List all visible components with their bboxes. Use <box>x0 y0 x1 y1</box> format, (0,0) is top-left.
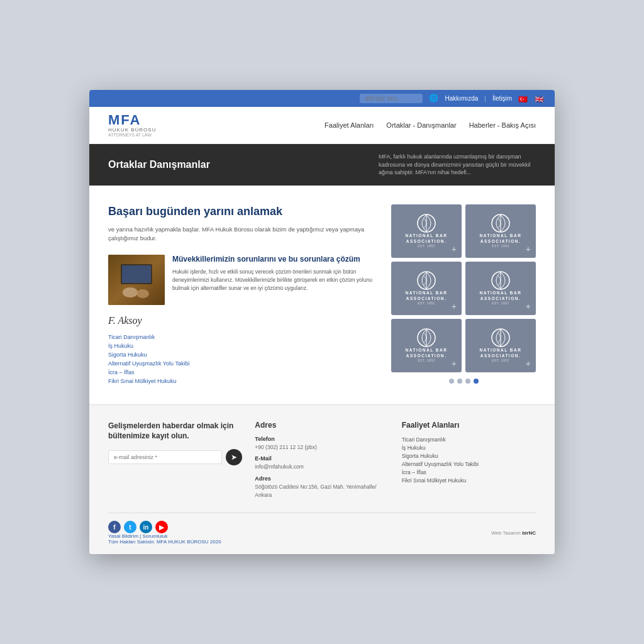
card-6-plus[interactable]: + <box>526 358 531 369</box>
f-ticari[interactable]: Ticari Danışmanlık <box>402 436 536 444</box>
web-design-label: Web Tasarım <box>491 530 521 536</box>
card-1[interactable]: NATIONAL BAR ASSOCIATION. EST. 1952 + <box>391 204 462 258</box>
dot-3[interactable] <box>465 379 470 384</box>
email-value: info@mfahukuk.com <box>255 463 389 472</box>
f-alternatif[interactable]: Alternatif Uyuşmazlık Yolu Takibi <box>402 460 536 469</box>
link-ticari[interactable]: Ticari Danışmanlık <box>108 333 372 341</box>
card-5-plus[interactable]: + <box>452 358 457 369</box>
content-left: Başarı bugünden yarını anlamak ve yarına… <box>108 204 372 386</box>
legal-bildiri[interactable]: Yasal Bildirim <box>108 533 138 539</box>
feature-image-inner <box>108 255 165 305</box>
card-6-sub: EST. 1952 <box>492 358 509 362</box>
f-is[interactable]: İş Hukuku <box>402 444 536 452</box>
footer-adres-heading: Adres <box>255 421 389 430</box>
card-3-sub: EST. 1952 <box>418 301 435 305</box>
footer-address: Adres Telefon +90 (302) 211 12 12 (pbx) … <box>255 421 389 500</box>
card-2[interactable]: NATIONAL BAR ASSOCIATION. EST. 1952 + <box>465 204 536 258</box>
link-fikri[interactable]: Fikri Sınai Mülkiyet Hukuku <box>108 377 372 386</box>
card-3[interactable]: NATIONAL BAR ASSOCIATION. EST. 1952 + <box>391 262 462 315</box>
web-design-brand[interactable]: birNC <box>522 530 536 536</box>
legal-sorumluluk[interactable]: Sorumluluk <box>142 533 167 539</box>
card-6-logo: NATIONAL BAR ASSOCIATION. EST. 1952 <box>480 328 522 362</box>
copyright: Tüm Hakları Saklıdır. MFA HUKUK BÜROSU 2… <box>108 539 221 545</box>
telefon-label: Telefon <box>255 436 389 442</box>
signature: F. Aksoy <box>108 315 372 326</box>
link-sigorta[interactable]: Sigorta Hukuku <box>108 350 372 359</box>
en-flag-icon: 🇬🇧 <box>535 95 545 101</box>
content-right: NATIONAL BAR ASSOCIATION. EST. 1952 + <box>391 204 536 386</box>
social-icons: f t in ▶ <box>108 521 221 533</box>
link-icra[interactable]: İcra – İflas <box>108 368 372 377</box>
card-3-plus[interactable]: + <box>452 301 457 311</box>
card-6-text: NATIONAL BAR <box>480 347 522 353</box>
adres-label: Adres <box>255 475 389 482</box>
iletisim-link[interactable]: İletişim <box>492 95 512 102</box>
feature-image <box>108 255 165 305</box>
card-3-logo: NATIONAL BAR ASSOCIATION. EST. 1952 <box>406 271 448 305</box>
facebook-icon[interactable]: f <box>108 521 121 533</box>
card-3-text: NATIONAL BAR <box>406 290 448 296</box>
card-1-text2: ASSOCIATION. <box>406 238 447 244</box>
feature-heading: Müvekkillerimizin sorunlarını ve bu soru… <box>172 255 372 265</box>
footer-newsletter: Gelişmelerden haberdar olmak için bülten… <box>108 421 242 500</box>
browser-window: 🌐 Hakkımızda | İletişim 🇹🇷 🇬🇧 MFA HUKUK … <box>89 90 555 554</box>
hero-description: MFA, farklı hukuk alanlarında uzmanlaşmı… <box>379 153 536 177</box>
nav-ortaklar[interactable]: Ortaklar - Danışmanlar <box>386 121 456 129</box>
newsletter-submit[interactable]: ➤ <box>226 449 242 465</box>
footer-bottom: f t in ▶ Yasal Bildirim | Sorumluluk Tüm… <box>108 513 536 545</box>
dot-2[interactable] <box>457 379 462 384</box>
card-1-plus[interactable]: + <box>452 244 457 254</box>
logo[interactable]: MFA HUKUK BÜROSU ATTORNEYS AT LAW <box>108 113 156 137</box>
svg-point-5 <box>136 289 149 298</box>
youtube-icon[interactable]: ▶ <box>155 521 168 533</box>
search-input[interactable] <box>360 94 423 103</box>
section-heading: Başarı bugünden yarını anlamak <box>108 204 372 219</box>
link-alternatif[interactable]: Alternatif Uyuşmazlık Yolu Takibi <box>108 359 372 368</box>
card-4[interactable]: NATIONAL BAR ASSOCIATION. EST. 1952 + <box>465 262 536 315</box>
svg-rect-3 <box>122 265 151 283</box>
adres-value: Söğütözü Caddesi No:156, Gazi Mah. Yenim… <box>255 483 389 500</box>
newsletter-input[interactable] <box>108 450 222 464</box>
card-5[interactable]: NATIONAL BAR ASSOCIATION. EST. 1952 + <box>391 319 462 372</box>
card-1-sub: EST. 1952 <box>418 244 435 248</box>
card-4-text: NATIONAL BAR <box>480 290 522 296</box>
footer-faaliyet: Faaliyet Alanları Ticari Danışmanlık İş … <box>402 421 536 500</box>
hakkimizda-link[interactable]: Hakkımızda <box>445 95 478 102</box>
card-2-plus[interactable]: + <box>526 244 531 254</box>
site-header: MFA HUKUK BÜROSU ATTORNEYS AT LAW Faaliy… <box>89 107 555 144</box>
faaliyet-list: Ticari Danışmanlık İş Hukuku Sigorta Huk… <box>402 436 536 485</box>
dot-1[interactable] <box>449 379 454 384</box>
faaliyet-heading: Faaliyet Alanları <box>402 421 536 430</box>
twitter-icon[interactable]: t <box>124 521 136 533</box>
card-1-text: NATIONAL BAR <box>406 233 448 238</box>
f-sigorta[interactable]: Sigorta Hukuku <box>402 452 536 460</box>
card-2-logo: NATIONAL BAR ASSOCIATION. EST. 1952 <box>480 214 522 248</box>
footer-legal: Yasal Bildirim | Sorumluluk Tüm Hakları … <box>108 533 221 545</box>
svg-point-4 <box>123 287 138 297</box>
dot-4[interactable] <box>474 379 479 384</box>
feature-block: Müvekkillerimizin sorunlarını ve bu soru… <box>108 255 372 305</box>
top-bar: 🌐 Hakkımızda | İletişim 🇹🇷 🇬🇧 <box>89 90 555 107</box>
links-list: Ticari Danışmanlık İş Hukuku Sigorta Huk… <box>108 333 372 386</box>
footer-top: Gelişmelerden haberdar olmak için bülten… <box>108 421 536 500</box>
card-6[interactable]: NATIONAL BAR ASSOCIATION. EST. 1952 + <box>465 319 536 372</box>
card-5-sub: EST. 1952 <box>418 358 435 362</box>
card-3-text2: ASSOCIATION. <box>406 296 447 301</box>
globe-icon: 🌐 <box>429 94 438 103</box>
nav-faaliyet[interactable]: Faaliyet Alanları <box>325 121 374 129</box>
divider: | <box>484 95 486 102</box>
card-4-plus[interactable]: + <box>526 301 531 311</box>
web-design: Web Tasarım birNC <box>491 530 536 536</box>
card-4-sub: EST. 1952 <box>492 301 509 305</box>
f-fikri[interactable]: Fikri Sınai Mülkiyet Hukuku <box>402 477 536 485</box>
linkedin-icon[interactable]: in <box>140 521 152 533</box>
link-is[interactable]: İş Hukuku <box>108 341 372 350</box>
site-footer: Gelişmelerden haberdar olmak için bülten… <box>89 404 555 554</box>
newsletter-form: ➤ <box>108 449 242 465</box>
card-5-logo: NATIONAL BAR ASSOCIATION. EST. 1952 <box>406 328 448 362</box>
nav-haberler[interactable]: Haberler - Bakış Açısı <box>469 121 536 129</box>
f-icra[interactable]: İcra – İflas <box>402 469 536 477</box>
logo-mfa-text: MFA <box>108 113 141 127</box>
card-1-logo: NATIONAL BAR ASSOCIATION. EST. 1952 <box>406 214 448 248</box>
main-nav: Faaliyet Alanları Ortaklar - Danışmanlar… <box>325 121 536 129</box>
